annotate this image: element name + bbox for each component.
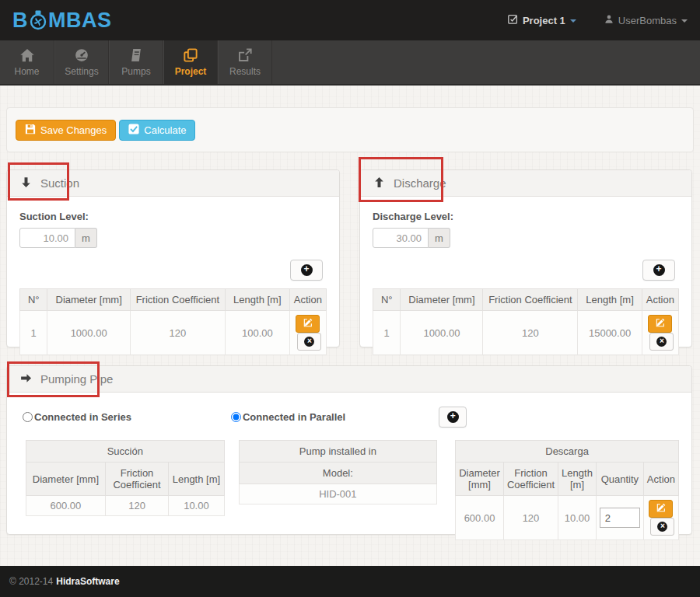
table-header-row: N° Diameter [mm] Friction Coefficient Le… xyxy=(373,289,679,311)
pumping-pipe-panel: Pumping Pipe Connected in Series Connect… xyxy=(6,365,692,535)
footer-brand: HidraSoftware xyxy=(56,576,119,587)
nav-item-results[interactable]: Results xyxy=(218,40,272,84)
cell-friction: 120 xyxy=(130,311,225,355)
quantity-input[interactable] xyxy=(600,508,640,528)
col-friction: Friction Coefficient xyxy=(105,463,168,496)
cell-quantity xyxy=(596,496,643,540)
discharge-add-pipe-button[interactable]: + xyxy=(642,260,675,281)
table-row: 1 1000.00 120 15000.00 × xyxy=(373,311,679,355)
col-friction: Friction Coefficient xyxy=(483,289,578,311)
suction-panel: Suction Suction Level: m + N° xyxy=(6,169,340,347)
pumping-tables-row: Succión Diameter [mm] Friction Coefficie… xyxy=(26,440,679,540)
col-diameter: Diameter [mm] xyxy=(26,463,106,496)
discharge-panel-title: Discharge xyxy=(394,176,446,190)
delete-row-button[interactable]: × xyxy=(649,333,674,351)
radio-connected-series[interactable] xyxy=(23,412,33,422)
radio-connected-parallel[interactable] xyxy=(231,412,241,422)
radio-connected-series-option[interactable]: Connected in Series xyxy=(23,411,131,423)
cell-actions: × xyxy=(642,311,678,355)
pencil-square-icon xyxy=(656,318,665,330)
table-row: 600.00 120 10.00 xyxy=(26,496,225,516)
plus-circle-icon: + xyxy=(301,264,313,276)
suction-level-input[interactable] xyxy=(19,228,75,248)
discharge-panel: Discharge Discharge Level: m + N° xyxy=(359,169,692,347)
app-logo: B MBAS xyxy=(12,9,112,33)
col-number: N° xyxy=(373,289,401,311)
project-menu-label: Project 1 xyxy=(523,15,565,26)
cell-length: 15000.00 xyxy=(578,311,642,355)
nav-item-label: Results xyxy=(229,66,261,77)
arrow-right-icon xyxy=(20,372,32,386)
suction-panel-title: Suction xyxy=(40,176,79,190)
discharge-level-input[interactable] xyxy=(373,228,429,248)
table-group-header: Succión xyxy=(26,441,225,463)
cell-actions: × xyxy=(289,311,326,355)
pumping-panel-title: Pumping Pipe xyxy=(40,372,113,386)
user-menu[interactable]: UserBombas xyxy=(604,14,688,26)
col-diameter: Diameter [mm] xyxy=(47,289,130,311)
nav-item-home[interactable]: Home xyxy=(0,40,54,84)
copyright-text: © 2012-14 xyxy=(9,576,53,587)
radio-connected-parallel-option[interactable]: Connected in Parallel xyxy=(231,411,345,423)
x-circle-icon: × xyxy=(656,337,667,347)
pumping-add-button[interactable]: + xyxy=(439,407,467,428)
model-label: Model: xyxy=(239,463,437,484)
delete-row-button[interactable]: × xyxy=(297,333,321,351)
col-diameter: Diameter [mm] xyxy=(401,289,483,311)
pump-installed-title: Pump installed in xyxy=(239,441,437,463)
table-header-row: Diameter [mm] Friction Coefficient Lengt… xyxy=(456,463,679,496)
table-row: 600.00 120 10.00 xyxy=(456,496,679,540)
discharge-pipes-table: N° Diameter [mm] Friction Coefficient Le… xyxy=(373,288,679,355)
project-menu[interactable]: Project 1 xyxy=(508,14,576,26)
nav-item-label: Project xyxy=(175,66,207,77)
home-icon xyxy=(19,48,35,62)
x-circle-icon: × xyxy=(657,522,667,532)
cell-friction: 120 xyxy=(483,311,578,355)
table-header-row: Diameter [mm] Friction Coefficient Lengt… xyxy=(26,463,225,496)
nav-item-settings[interactable]: Settings xyxy=(54,40,109,84)
col-length: Length [m] xyxy=(578,289,642,311)
discharge-level-input-group: m xyxy=(373,228,679,248)
calculate-button[interactable]: Calculate xyxy=(119,120,195,141)
top-header: B MBAS Project 1 xyxy=(0,0,700,40)
edit-row-button[interactable] xyxy=(649,500,673,518)
col-length: Length [m] xyxy=(169,463,224,496)
cell-friction: 120 xyxy=(503,496,558,540)
cell-diameter: 600.00 xyxy=(456,496,504,540)
plus-circle-icon: + xyxy=(447,411,459,423)
caret-down-icon xyxy=(681,19,688,23)
cell-number: 1 xyxy=(373,311,401,355)
toolbar: Save Changes Calculate xyxy=(6,107,694,152)
x-circle-icon: × xyxy=(304,337,314,347)
col-length: Length [m] xyxy=(558,463,597,496)
suction-pipes-table: N° Diameter [mm] Friction Coefficient Le… xyxy=(19,288,327,355)
suction-panel-header: Suction xyxy=(7,170,339,197)
pump-installed-table: Pump installed in Model: HID-001 xyxy=(239,440,438,504)
book-icon xyxy=(128,48,144,62)
table-row: 1 1000.00 120 100.00 × xyxy=(20,311,327,355)
nav-item-project[interactable]: Project xyxy=(163,40,218,84)
edit-row-button[interactable] xyxy=(296,315,320,333)
nav-item-label: Home xyxy=(14,66,39,77)
plus-circle-icon: + xyxy=(653,264,665,276)
arrow-up-icon xyxy=(373,176,385,190)
edit-row-button[interactable] xyxy=(648,315,672,333)
pumping-panel-header: Pumping Pipe xyxy=(7,366,691,393)
cell-friction: 120 xyxy=(105,496,168,516)
logo-text-prefix: B xyxy=(12,9,28,33)
col-friction: Friction Coefficient xyxy=(130,289,225,311)
cell-length: 10.00 xyxy=(169,496,224,516)
page-footer: © 2012-14 HidraSoftware xyxy=(0,566,700,597)
pencil-square-icon xyxy=(656,503,666,515)
suction-add-pipe-button[interactable]: + xyxy=(290,260,323,281)
delete-row-button[interactable]: × xyxy=(650,518,674,536)
table-header-row: N° Diameter [mm] Friction Coefficient Le… xyxy=(20,289,327,311)
suction-level-unit: m xyxy=(75,228,97,248)
table-group-header: Descarga xyxy=(456,441,679,463)
check-square-icon xyxy=(508,14,518,26)
cell-diameter: 1000.00 xyxy=(401,311,483,355)
connection-type-options: Connected in Series Connected in Paralle… xyxy=(19,393,679,440)
arrow-down-icon xyxy=(20,176,32,190)
save-changes-button[interactable]: Save Changes xyxy=(16,120,116,141)
nav-item-pumps[interactable]: Pumps xyxy=(109,40,163,84)
